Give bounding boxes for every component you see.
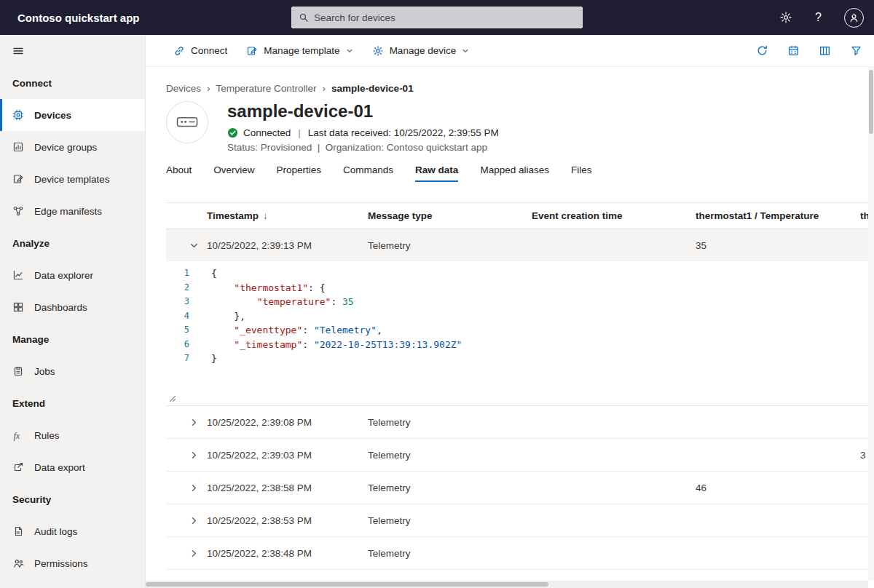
manage-template-button[interactable]: Manage template [246, 45, 353, 57]
manage-template-label: Manage template [264, 45, 339, 56]
manage-device-button[interactable]: Manage device [372, 45, 470, 57]
device-search[interactable] [291, 7, 583, 28]
breadcrumb-template[interactable]: Temperature Controller [216, 83, 317, 94]
manage-device-label: Manage device [390, 45, 457, 56]
connection-status-line: Connected | Last data received: 10/25/20… [227, 125, 499, 140]
device-meta-line: Status: Provisioned | Organization: Cont… [227, 142, 499, 153]
sidebar-item-permissions[interactable]: Permissions [0, 547, 145, 579]
row-timestamp: 10/25/2022, 2:39:13 PM [207, 240, 368, 251]
connection-status: Connected [243, 127, 291, 138]
jobs-icon [12, 365, 24, 377]
horizontal-scrollbar-thumb[interactable] [146, 582, 548, 587]
sidebar-item-jobs[interactable]: Jobs [0, 355, 145, 387]
row-timestamp: 10/25/2022, 2:39:08 PM [207, 417, 368, 428]
devices-icon [12, 109, 24, 121]
table-row[interactable]: 10/25/2022, 2:38:53 PM Telemetry [166, 504, 868, 537]
expand-chevron-icon[interactable] [186, 480, 201, 495]
table-row[interactable]: 10/25/2022, 2:39:08 PM Telemetry [166, 406, 868, 439]
refresh-icon[interactable] [756, 44, 768, 57]
sidebar-item-device-templates[interactable]: Device templates [0, 163, 145, 195]
tab-raw-data[interactable]: Raw data [415, 164, 458, 182]
sidebar-item-edge-manifests[interactable]: Edge manifests [0, 195, 145, 227]
sidebar-section-connect: Connect [0, 67, 145, 99]
table-row[interactable]: 10/25/2022, 2:39:03 PM Telemetry 3 [166, 439, 868, 472]
permissions-icon [12, 557, 24, 569]
row-thermostat1-temperature: 35 [696, 240, 860, 251]
breadcrumb-current: sample-device-01 [331, 83, 414, 94]
main-content: Devices › Temperature Controller › sampl… [146, 67, 868, 588]
sidebar-item-device-groups[interactable]: Device groups [0, 131, 145, 163]
sidebar-item-label: Rules [34, 430, 60, 441]
resize-grip-icon[interactable] [169, 395, 176, 402]
raw-data-table: Timestamp ↓ Message type Event creation … [166, 202, 868, 570]
collapse-menu-button[interactable] [0, 35, 145, 67]
tab-commands[interactable]: Commands [343, 164, 393, 182]
tab-properties[interactable]: Properties [277, 164, 322, 182]
help-button[interactable]: ? [815, 11, 822, 24]
device-groups-icon [12, 141, 24, 153]
sidebar-item-label: Data explorer [34, 270, 93, 281]
column-header-message-type[interactable]: Message type [368, 210, 532, 221]
column-header-event-creation-time[interactable]: Event creation time [532, 210, 696, 221]
sidebar-item-data-export[interactable]: Data export [0, 451, 145, 483]
tab-overview[interactable]: Overview [213, 164, 254, 182]
device-templates-icon [12, 173, 24, 185]
sidebar-item-audit-logs[interactable]: Audit logs [0, 515, 145, 547]
column-options-icon[interactable] [819, 44, 831, 57]
sidebar-item-label: Edge manifests [34, 206, 102, 217]
sidebar-item-label: Data export [34, 462, 85, 473]
sidebar-item-label: Audit logs [34, 526, 77, 537]
sidebar-item-devices[interactable]: Devices [0, 99, 145, 131]
line-number: 6 [166, 338, 200, 352]
sidebar-section-extend: Extend [0, 387, 145, 419]
tab-files[interactable]: Files [571, 164, 592, 182]
filter-icon[interactable] [850, 44, 862, 57]
account-avatar[interactable] [844, 8, 864, 28]
topbar: Contoso quickstart app ? [0, 0, 874, 35]
connect-button[interactable]: Connect [173, 45, 227, 57]
expand-chevron-icon[interactable] [186, 415, 201, 429]
tab-about[interactable]: About [166, 164, 192, 182]
table-row[interactable]: 10/25/2022, 2:39:13 PM Telemetry 35 [166, 229, 868, 261]
expand-chevron-icon[interactable] [186, 546, 201, 560]
vertical-scrollbar-thumb[interactable] [869, 70, 873, 134]
horizontal-scrollbar[interactable] [146, 581, 868, 588]
sidebar-item-data-explorer[interactable]: Data explorer [0, 259, 145, 291]
command-bar-actions [756, 44, 862, 57]
column-header-thermostat1-temperature[interactable]: thermostat1 / Temperature [696, 210, 860, 221]
row-message-type: Telemetry [368, 548, 532, 559]
time-range-icon[interactable] [787, 44, 800, 57]
row-message-type: Telemetry [368, 482, 532, 493]
last-data-received: Last data received: 10/25/2022, 2:39:55 … [308, 127, 499, 138]
expand-chevron-icon[interactable] [186, 448, 201, 462]
line-number: 1 [166, 266, 200, 281]
search-input[interactable] [314, 12, 575, 23]
rules-icon [12, 429, 24, 441]
device-photo-icon [174, 109, 200, 135]
status-separator: | [298, 127, 301, 138]
app-title: Contoso quickstart app [17, 12, 140, 24]
sidebar-section-security: Security [0, 483, 145, 515]
sidebar-section-manage: Manage [0, 323, 145, 355]
column-header-thermostat2[interactable]: th [860, 210, 868, 221]
row-timestamp: 10/25/2022, 2:38:53 PM [207, 515, 368, 526]
tab-mapped-aliases[interactable]: Mapped aliases [480, 164, 549, 182]
vertical-scrollbar[interactable] [868, 67, 874, 581]
sidebar-item-dashboards[interactable]: Dashboards [0, 291, 145, 323]
raw-json-viewer[interactable]: 1{ 2 "thermostat1": { 3 "temperature": 3… [166, 261, 868, 405]
sidebar-item-rules[interactable]: Rules [0, 419, 145, 451]
table-row[interactable]: 10/25/2022, 2:38:58 PM Telemetry 46 [166, 472, 868, 504]
breadcrumb-devices[interactable]: Devices [166, 83, 201, 94]
line-number: 3 [166, 295, 200, 309]
line-number: 4 [166, 309, 200, 324]
column-header-timestamp[interactable]: Timestamp ↓ [207, 210, 368, 221]
line-number: 5 [166, 323, 200, 338]
collapse-chevron-icon[interactable] [186, 238, 201, 253]
settings-gear-icon[interactable] [779, 11, 792, 24]
device-avatar [166, 101, 208, 143]
table-row[interactable]: 10/25/2022, 2:38:48 PM Telemetry [166, 537, 868, 570]
page-title: sample-device-01 [227, 101, 499, 122]
expand-chevron-icon[interactable] [186, 513, 201, 528]
row-message-type: Telemetry [368, 417, 532, 428]
data-explorer-icon [12, 269, 24, 281]
